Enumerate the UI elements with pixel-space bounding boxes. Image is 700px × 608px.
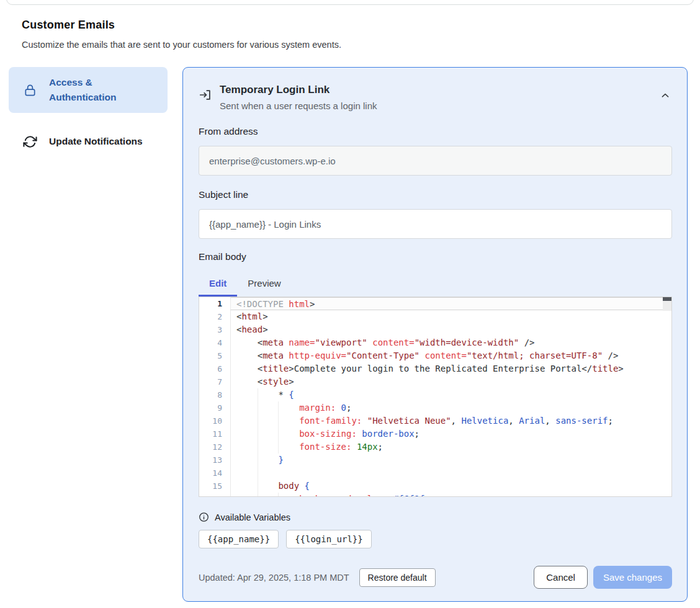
indent-guide — [258, 388, 258, 401]
line-number: 7 — [199, 375, 230, 388]
line-number: 11 — [199, 427, 230, 440]
line-number: 2 — [199, 310, 230, 323]
lock-icon — [22, 83, 37, 97]
panel-footer: Updated: Apr 29, 2025, 1:18 PM MDT Resto… — [199, 566, 672, 589]
panel-subtitle: Sent when a user requests a login link — [220, 101, 377, 111]
line-number: 13 — [199, 454, 230, 467]
code-line-content — [230, 467, 671, 480]
code-line-content: <title>Complete your login to the Replic… — [230, 362, 671, 375]
refresh-icon — [22, 134, 37, 149]
scrollbar-thumb[interactable] — [663, 297, 671, 301]
sidebar-item-access-authentication[interactable]: Access & Authentication — [9, 67, 168, 113]
code-line-content: <head> — [230, 323, 671, 336]
cancel-button[interactable]: Cancel — [534, 566, 588, 589]
code-line-content: * { — [230, 388, 671, 401]
from-address-label: From address — [199, 126, 672, 137]
line-number: 1 — [199, 297, 230, 310]
indent-guide — [258, 493, 258, 497]
code-line-content: <html> — [230, 310, 671, 323]
indent-guide — [278, 401, 279, 414]
indent-guide — [258, 480, 258, 493]
code-line-content: <style> — [230, 375, 671, 388]
subject-line-input[interactable] — [199, 209, 672, 239]
code-line-content: body { — [230, 480, 671, 493]
line-number: 14 — [199, 467, 230, 480]
panel-header-text: Temporary Login Link Sent when a user re… — [220, 84, 377, 111]
available-variables-row: Available Variables — [199, 512, 672, 522]
code-line-content: background-color: #f6f9fc; — [230, 493, 671, 497]
previous-card-bottom-edge — [6, 0, 694, 5]
indent-guide — [258, 427, 258, 440]
line-number: 10 — [199, 414, 230, 427]
indent-guide — [258, 440, 258, 454]
from-address-input[interactable] — [199, 146, 672, 176]
code-line-content: font-family: "Helvetica Neue", Helvetica… — [230, 414, 671, 427]
indent-guide — [258, 401, 258, 414]
chevron-up-icon[interactable] — [658, 89, 672, 102]
line-number: 8 — [199, 388, 230, 401]
line-number: 16 — [199, 493, 230, 497]
code-line[interactable]: 1<!DOCTYPE html> — [199, 297, 671, 310]
indent-guide — [258, 467, 258, 480]
code-line[interactable]: 3<head> — [199, 323, 671, 336]
page-title: Customer Emails — [22, 19, 678, 32]
code-line-content: <!DOCTYPE html> — [230, 297, 663, 310]
code-line[interactable]: 12font-size: 14px; — [199, 440, 671, 454]
line-number: 12 — [199, 440, 230, 454]
email-settings-panel: Temporary Login Link Sent when a user re… — [182, 67, 688, 602]
code-line-content: margin: 0; — [230, 401, 671, 414]
info-icon — [199, 512, 209, 522]
code-line[interactable]: 15body { — [199, 480, 671, 493]
variable-chip-app-name[interactable]: {{app_name}} — [199, 530, 279, 548]
code-line[interactable]: 8* { — [199, 388, 671, 401]
line-number: 9 — [199, 401, 230, 414]
restore-default-button[interactable]: Restore default — [359, 568, 436, 587]
page-subtitle: Customize the emails that are sent to yo… — [22, 40, 678, 50]
line-number: 6 — [199, 362, 230, 375]
email-body-label: Email body — [199, 251, 672, 262]
indent-guide — [278, 414, 279, 427]
code-lines: 1<!DOCTYPE html>2<html>3<head>4<meta nam… — [199, 297, 671, 497]
panel-title: Temporary Login Link — [220, 84, 377, 96]
line-number: 5 — [199, 349, 230, 362]
code-line-content: box-sizing: border-box; — [230, 427, 671, 440]
panel-header: Temporary Login Link Sent when a user re… — [199, 84, 672, 111]
line-number: 4 — [199, 336, 230, 349]
code-line[interactable]: 4<meta name="viewport" content="width=de… — [199, 336, 671, 349]
login-icon — [199, 88, 212, 102]
content-layout: Access & Authentication Update Notificat… — [0, 50, 700, 602]
code-line[interactable]: 7<style> — [199, 375, 671, 388]
code-line-content: } — [230, 454, 671, 467]
code-line[interactable]: 16background-color: #f6f9fc; — [199, 493, 671, 497]
code-line[interactable]: 11box-sizing: border-box; — [199, 427, 671, 440]
variable-chip-login-url[interactable]: {{login_url}} — [286, 530, 372, 548]
code-line[interactable]: 10font-family: "Helvetica Neue", Helveti… — [199, 414, 671, 427]
code-line[interactable]: 14 — [199, 467, 671, 480]
indent-guide — [278, 440, 279, 454]
code-line[interactable]: 2<html> — [199, 310, 671, 323]
code-editor[interactable]: 1<!DOCTYPE html>2<html>3<head>4<meta nam… — [199, 297, 672, 497]
line-number: 3 — [199, 323, 230, 336]
save-changes-button[interactable]: Save changes — [593, 566, 672, 589]
code-line[interactable]: 6<title>Complete your login to the Repli… — [199, 362, 671, 375]
indent-guide — [278, 493, 279, 497]
indent-guide — [258, 454, 258, 467]
code-line-content: <meta name="viewport" content="width=dev… — [230, 336, 671, 349]
code-line[interactable]: 5<meta http-equiv="Content-Type" content… — [199, 349, 671, 362]
page-header: Customer Emails Customize the emails tha… — [0, 0, 700, 50]
indent-guide — [278, 427, 279, 440]
tab-edit[interactable]: Edit — [199, 271, 237, 297]
sidebar-item-label: Update Notifications — [49, 134, 150, 149]
variable-chips: {{app_name}} {{login_url}} — [199, 530, 672, 548]
code-line-content: <meta http-equiv="Content-Type" content=… — [230, 349, 671, 362]
code-line-content: font-size: 14px; — [230, 440, 671, 454]
subject-line-label: Subject line — [199, 189, 672, 200]
code-line[interactable]: 13} — [199, 454, 671, 467]
footer-action-buttons: Cancel Save changes — [534, 566, 672, 589]
tab-preview[interactable]: Preview — [237, 271, 291, 297]
indent-guide — [258, 414, 258, 427]
available-variables-label: Available Variables — [215, 512, 290, 522]
code-line[interactable]: 9margin: 0; — [199, 401, 671, 414]
sidebar-item-update-notifications[interactable]: Update Notifications — [9, 126, 168, 157]
updated-timestamp: Updated: Apr 29, 2025, 1:18 PM MDT — [199, 573, 349, 583]
